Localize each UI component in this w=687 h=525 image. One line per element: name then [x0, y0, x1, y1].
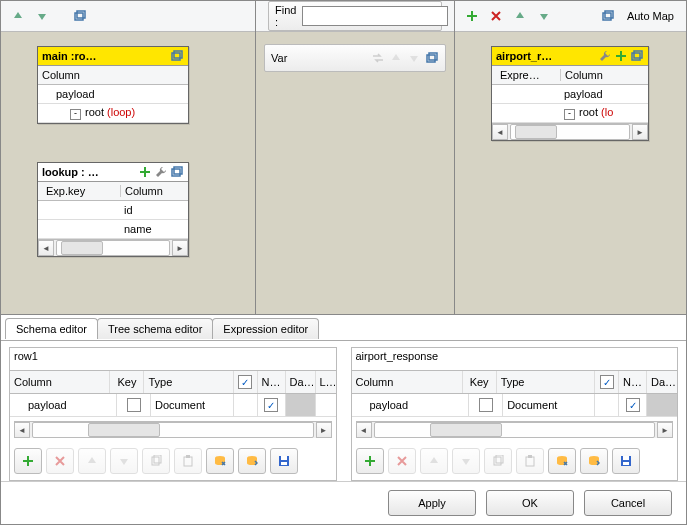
restore-window-icon[interactable]	[170, 165, 184, 179]
find-label: Find :	[275, 4, 296, 28]
node-main-title: main :ro…	[42, 50, 168, 62]
minimize-button[interactable]	[69, 5, 91, 27]
collapse-icon[interactable]: -	[564, 109, 575, 120]
dialog-buttons: Apply OK Cancel	[1, 481, 686, 524]
cancel-button[interactable]: Cancel	[584, 490, 672, 516]
table-row[interactable]: payload Document ✓	[352, 394, 678, 417]
node-main[interactable]: main :ro… Column payload -root (loop)	[37, 46, 189, 124]
move-up-button[interactable]	[509, 5, 531, 27]
table-row[interactable]: id	[120, 204, 137, 216]
wrench-icon[interactable]	[154, 165, 168, 179]
table-row[interactable]: payload Document ✓	[10, 394, 336, 417]
scrollbar-horizontal[interactable]: ◄►	[492, 123, 648, 140]
paste-button	[174, 448, 202, 474]
input-panel: main :ro… Column payload -root (loop) lo…	[1, 1, 256, 314]
collapse-icon[interactable]: -	[70, 109, 81, 120]
restore-window-icon[interactable]	[630, 49, 644, 63]
remove-output-button[interactable]	[485, 5, 507, 27]
ok-button[interactable]: OK	[486, 490, 574, 516]
expkey-header: Exp.key	[42, 185, 121, 197]
var-panel: Find : Var	[256, 1, 455, 314]
copy-button	[142, 448, 170, 474]
find-bar: Find :	[268, 1, 442, 31]
move-down-button	[110, 448, 138, 474]
row-toolbar	[352, 442, 678, 480]
var-label: Var	[271, 52, 367, 64]
arrow-down-icon	[407, 51, 421, 65]
output-panel: Auto Map airport_r… Expre… Column payloa…	[455, 1, 686, 314]
nullable-checkbox[interactable]: ✓	[626, 398, 640, 412]
restore-window-icon[interactable]	[170, 49, 184, 63]
add-row-button[interactable]	[14, 448, 42, 474]
table-row[interactable]: name	[120, 223, 156, 235]
import-schema-button[interactable]	[548, 448, 576, 474]
tree-node[interactable]: -root (loop)	[42, 106, 135, 120]
node-output-title: airport_r…	[496, 50, 596, 62]
save-button[interactable]	[270, 448, 298, 474]
delete-row-button	[46, 448, 74, 474]
column-header: Column	[42, 69, 80, 81]
row-toolbar	[10, 442, 336, 480]
copy-button	[484, 448, 512, 474]
swap-icon	[371, 51, 385, 65]
key-checkbox[interactable]	[127, 398, 141, 412]
grid-header: Column Key Type ✓ N… Da…	[352, 371, 678, 394]
auto-map-button[interactable]: Auto Map	[621, 10, 680, 22]
scrollbar-horizontal[interactable]: ◄►	[14, 421, 332, 438]
checkbox-icon[interactable]: ✓	[600, 375, 614, 389]
var-bar: Var	[264, 44, 446, 72]
checkbox-icon[interactable]: ✓	[238, 375, 252, 389]
table-row[interactable]: payload	[42, 88, 95, 100]
editor-left-title: row1	[9, 347, 337, 370]
move-up-button	[78, 448, 106, 474]
wrench-icon[interactable]	[598, 49, 612, 63]
add-output-button[interactable]	[461, 5, 483, 27]
key-checkbox[interactable]	[479, 398, 493, 412]
export-schema-button[interactable]	[580, 448, 608, 474]
scrollbar-horizontal[interactable]: ◄►	[356, 421, 674, 438]
editor-right-title: airport_response	[351, 347, 679, 370]
find-input[interactable]	[302, 6, 448, 26]
apply-button[interactable]: Apply	[388, 490, 476, 516]
column-header: Column	[561, 69, 607, 81]
save-button[interactable]	[612, 448, 640, 474]
scrollbar-horizontal[interactable]: ◄►	[38, 239, 188, 256]
export-schema-button[interactable]	[238, 448, 266, 474]
nullable-checkbox[interactable]: ✓	[264, 398, 278, 412]
input-toolbar	[1, 1, 255, 32]
tree-node[interactable]: -root (lo	[560, 106, 617, 120]
tab-tree-schema-editor[interactable]: Tree schema editor	[97, 318, 213, 339]
add-row-button[interactable]	[356, 448, 384, 474]
table-row[interactable]: payload	[560, 88, 607, 100]
move-up-button	[420, 448, 448, 474]
move-up-button[interactable]	[7, 5, 29, 27]
add-plus-icon[interactable]	[614, 49, 628, 63]
paste-button	[516, 448, 544, 474]
node-lookup[interactable]: lookup : … Exp.key Column id name ◄►	[37, 162, 189, 257]
move-down-button[interactable]	[31, 5, 53, 27]
minimize-button[interactable]	[597, 5, 619, 27]
node-airport-response[interactable]: airport_r… Expre… Column payload -root (…	[491, 46, 649, 141]
delete-row-button	[388, 448, 416, 474]
import-schema-button[interactable]	[206, 448, 234, 474]
column-header: Column	[121, 185, 167, 197]
arrow-up-icon	[389, 51, 403, 65]
move-down-button[interactable]	[533, 5, 555, 27]
move-down-button	[452, 448, 480, 474]
tab-schema-editor[interactable]: Schema editor	[5, 318, 98, 339]
tab-expression-editor[interactable]: Expression editor	[212, 318, 319, 339]
editor-tabs: Schema editor Tree schema editor Express…	[1, 315, 686, 341]
add-plus-icon[interactable]	[138, 165, 152, 179]
expression-header: Expre…	[496, 69, 561, 81]
restore-window-icon[interactable]	[425, 51, 439, 65]
node-lookup-title: lookup : …	[42, 166, 136, 178]
grid-header: Column Key Type ✓ N… Da… L…	[10, 371, 336, 394]
